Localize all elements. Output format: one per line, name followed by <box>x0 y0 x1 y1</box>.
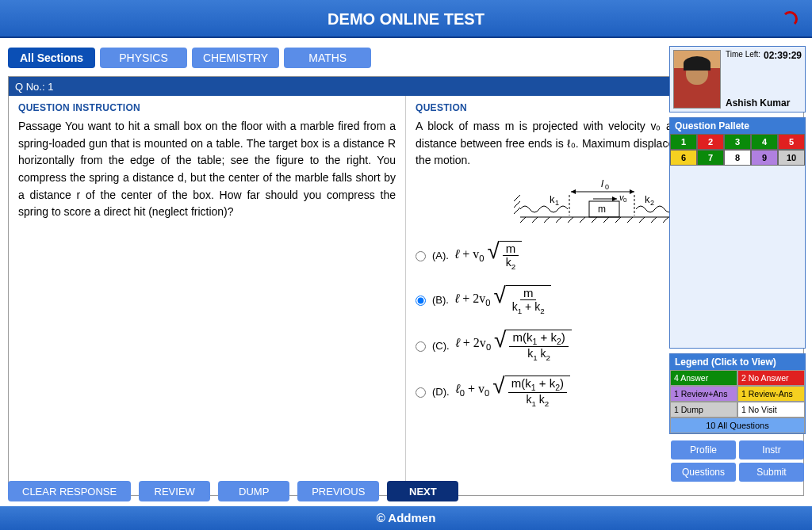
option-equation: ℓ0 + v0 √m(k1 + k2)k1 k2 <box>456 376 570 408</box>
user-avatar <box>673 50 721 109</box>
app-title: DEMO ONLINE TEST <box>327 10 485 28</box>
svg-line-31 <box>592 217 597 223</box>
svg-line-37 <box>663 217 668 223</box>
section-tab-physics[interactable]: PHYSICS <box>100 48 187 68</box>
palette-cell-2[interactable]: 2 <box>697 134 724 150</box>
legend-panel: Legend (Click to View) 4 Answer2 No Answ… <box>669 353 806 434</box>
option-equation: ℓ + 2v0 √m(k1 + k2)k1 k2 <box>456 330 572 362</box>
svg-text:k: k <box>550 193 555 205</box>
svg-marker-17 <box>612 196 617 201</box>
palette-cell-3[interactable]: 3 <box>724 134 751 150</box>
side-buttons-group: ProfileInstrQuestionsSubmit <box>669 439 806 483</box>
clear-response-button[interactable]: CLEAR RESPONSE <box>8 481 131 501</box>
instr-button[interactable]: Instr <box>739 440 804 459</box>
svg-line-10 <box>514 195 520 201</box>
legend-item[interactable]: 4 Answer <box>670 370 737 386</box>
svg-line-36 <box>651 217 657 223</box>
option-equation: ℓ + v0 √mk2 <box>455 241 522 271</box>
option-label: (C). <box>432 340 450 352</box>
svg-line-32 <box>603 217 609 223</box>
svg-text:1: 1 <box>555 199 559 207</box>
svg-text:k: k <box>645 193 650 205</box>
svg-line-29 <box>568 217 573 223</box>
instruction-text: Passage You want to hit a small box on t… <box>18 118 396 221</box>
dump-button[interactable]: DUMP <box>218 481 289 501</box>
option-label: (A). <box>432 250 449 261</box>
svg-line-28 <box>556 217 561 223</box>
legend-item[interactable]: 1 Review-Ans <box>737 386 805 402</box>
legend-item[interactable]: 1 No Visit <box>737 402 805 418</box>
svg-line-30 <box>580 217 585 223</box>
palette-cell-10[interactable]: 10 <box>778 150 805 166</box>
palette-cell-5[interactable]: 5 <box>778 134 805 150</box>
svg-line-11 <box>514 201 520 208</box>
svg-line-27 <box>544 217 550 223</box>
svg-marker-3 <box>630 189 634 194</box>
review-button[interactable]: REVIEW <box>139 481 210 501</box>
svg-line-33 <box>615 217 621 223</box>
svg-line-12 <box>514 208 520 214</box>
palette-cell-9[interactable]: 9 <box>751 150 778 166</box>
svg-line-35 <box>639 217 645 223</box>
svg-text:0: 0 <box>623 196 627 204</box>
timer-value: 02:39:29 <box>764 50 802 61</box>
sidebar: Time Left: 02:39:29 Ashish Kumar Questio… <box>669 46 806 483</box>
section-tab-chemistry[interactable]: CHEMISTRY <box>192 48 279 68</box>
svg-text:2: 2 <box>650 199 654 207</box>
instruction-title: QUESTION INSTRUCTION <box>18 102 396 113</box>
legend-item[interactable]: 1 Dump <box>670 402 737 418</box>
question-palette: Question Pallete 12345678910 <box>669 117 806 349</box>
palette-cell-4[interactable]: 4 <box>751 134 778 150</box>
palette-cell-6[interactable]: 6 <box>670 150 697 166</box>
question-number: Q No.: 1 <box>15 81 53 93</box>
legend-title: Legend (Click to View) <box>670 354 805 370</box>
previous-button[interactable]: PREVIOUS <box>297 481 379 501</box>
submit-button[interactable]: Submit <box>739 463 804 482</box>
next-button[interactable]: NEXT <box>387 481 458 501</box>
palette-title: Question Pallete <box>670 118 805 134</box>
option-label: (D). <box>432 386 450 398</box>
svg-line-26 <box>532 217 538 223</box>
svg-marker-4 <box>571 189 576 194</box>
option-label: (B). <box>432 294 449 306</box>
profile-card: Time Left: 02:39:29 Ashish Kumar <box>669 46 806 112</box>
section-tab-all-sections[interactable]: All Sections <box>8 48 95 68</box>
palette-cell-8[interactable]: 8 <box>724 150 751 166</box>
legend-item[interactable]: 1 Review+Ans <box>670 386 737 402</box>
svg-line-34 <box>627 217 633 223</box>
user-name: Ashish Kumar <box>726 97 802 109</box>
option-equation: ℓ + 2v0 √mk1 + k2 <box>455 285 551 315</box>
legend-item[interactable]: 2 No Answer <box>737 370 805 386</box>
svg-text:l: l <box>601 177 604 189</box>
option-radio-2[interactable] <box>416 341 426 352</box>
option-radio-3[interactable] <box>416 387 426 398</box>
footer: © Addmen <box>0 506 812 530</box>
loading-spinner-icon <box>782 11 798 27</box>
profile-button[interactable]: Profile <box>671 440 736 459</box>
palette-cell-7[interactable]: 7 <box>697 150 724 166</box>
section-tab-maths[interactable]: MATHS <box>284 48 371 68</box>
bottom-buttons: CLEAR RESPONSE REVIEW DUMP PREVIOUS NEXT <box>8 481 458 501</box>
svg-text:m: m <box>598 204 606 215</box>
app-header: DEMO ONLINE TEST <box>0 0 812 38</box>
legend-total[interactable]: 10 All Questions <box>670 418 805 433</box>
svg-text:0: 0 <box>605 183 609 191</box>
palette-cell-1[interactable]: 1 <box>670 134 697 150</box>
option-radio-0[interactable] <box>416 251 426 261</box>
timer-label: Time Left: <box>726 50 760 61</box>
questions-button[interactable]: Questions <box>671 463 736 482</box>
svg-line-25 <box>520 217 526 223</box>
option-radio-1[interactable] <box>416 296 426 306</box>
